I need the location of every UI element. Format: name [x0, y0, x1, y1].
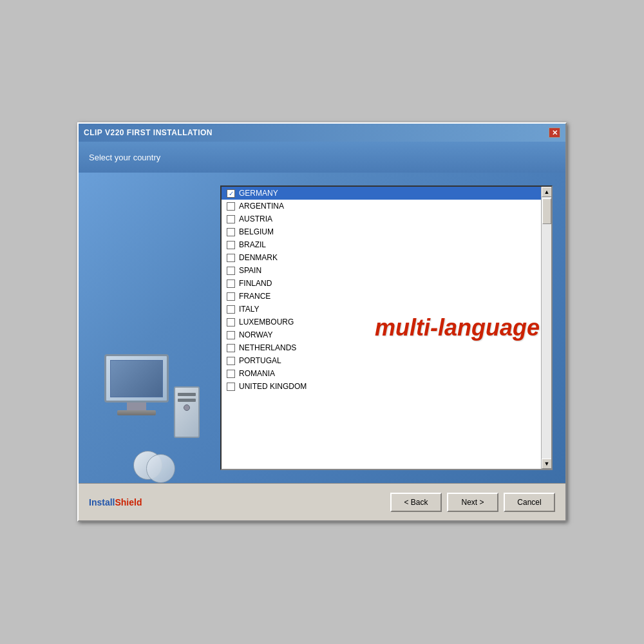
country-name: SPAIN: [239, 266, 261, 275]
country-name: LUXEMBOURG: [239, 317, 294, 327]
country-name: ROMANIA: [239, 369, 275, 378]
country-name: AUSTRIA: [239, 214, 272, 223]
country-name: DENMARK: [239, 253, 278, 262]
country-checkbox-1: [227, 202, 235, 211]
country-item-france[interactable]: FRANCE: [222, 290, 541, 303]
next-button[interactable]: Next >: [447, 493, 498, 512]
scrollbar-thumb[interactable]: [542, 198, 551, 224]
country-checkbox-3: [227, 228, 235, 236]
country-checkbox-11: [227, 331, 235, 339]
country-item-brazil[interactable]: BRAZIL: [222, 238, 541, 251]
header-label: Select your country: [89, 153, 160, 162]
monitor: [104, 354, 169, 402]
country-item-luxembourg[interactable]: LUXEMBOURG: [222, 316, 541, 328]
title-bar: CLIP V220 FIRST INSTALLATION ✕: [79, 124, 565, 142]
country-name: ITALY: [239, 305, 260, 314]
content-area: ✓GERMANYARGENTINAAUSTRIABELGIUMBRAZILDEN…: [79, 173, 565, 483]
back-button[interactable]: < Back: [390, 493, 442, 512]
monitor-stand: [127, 402, 146, 410]
logo-install: Install: [89, 497, 115, 507]
country-item-romania[interactable]: ROMANIA: [222, 367, 541, 380]
country-item-united-kingdom[interactable]: UNITED KINGDOM: [222, 380, 541, 393]
scrollbar-track: [542, 197, 551, 459]
tower-slot-2: [178, 399, 196, 402]
country-name: FINLAND: [239, 279, 272, 288]
monitor-base: [117, 410, 156, 415]
country-item-italy[interactable]: ITALY: [222, 303, 541, 316]
country-listbox[interactable]: ✓GERMANYARGENTINAAUSTRIABELGIUMBRAZILDEN…: [222, 187, 541, 469]
country-checkbox-8: [227, 292, 235, 301]
logo-shield: Shield: [115, 497, 142, 507]
close-button[interactable]: ✕: [549, 128, 560, 138]
country-checkbox-14: [227, 370, 235, 378]
country-item-denmark[interactable]: DENMARK: [222, 251, 541, 264]
country-item-austria[interactable]: AUSTRIA: [222, 213, 541, 225]
monitor-screen: [110, 360, 163, 397]
country-name: BELGIUM: [239, 227, 274, 236]
left-panel: [91, 185, 207, 470]
country-checkbox-15: [227, 383, 235, 391]
country-item-norway[interactable]: NORWAY: [222, 328, 541, 341]
country-item-spain[interactable]: SPAIN: [222, 264, 541, 277]
footer-buttons: < Back Next > Cancel: [390, 493, 555, 512]
installer-window: CLIP V220 FIRST INSTALLATION ✕ Select yo…: [77, 122, 567, 522]
country-checkbox-4: [227, 241, 235, 249]
country-name: UNITED KINGDOM: [239, 382, 307, 391]
country-checkbox-7: [227, 279, 235, 288]
country-checkbox-0: ✓: [227, 189, 235, 198]
country-item-argentina[interactable]: ARGENTINA: [222, 200, 541, 213]
footer: InstallShield < Back Next > Cancel: [79, 483, 565, 520]
country-checkbox-10: [227, 318, 235, 327]
country-checkbox-5: [227, 254, 235, 262]
scrollbar: ▲ ▼: [541, 187, 551, 469]
country-name: GERMANY: [239, 189, 278, 198]
installshield-logo: InstallShield: [89, 497, 142, 507]
window-title: CLIP V220 FIRST INSTALLATION: [84, 128, 213, 137]
country-name: NORWAY: [239, 330, 272, 339]
country-checkbox-13: [227, 357, 235, 365]
country-item-germany[interactable]: ✓GERMANY: [222, 187, 541, 200]
tower-slot: [178, 393, 196, 396]
header-banner: Select your country: [79, 142, 565, 173]
scrollbar-down-button[interactable]: ▼: [542, 459, 552, 469]
computer-illustration: [98, 354, 201, 457]
country-name: BRAZIL: [239, 240, 266, 249]
country-item-netherlands[interactable]: NETHERLANDS: [222, 341, 541, 354]
country-checkbox-12: [227, 344, 235, 352]
country-checkbox-9: [227, 305, 235, 314]
disc-2: [146, 454, 175, 483]
country-name: FRANCE: [239, 292, 270, 301]
country-name: ARGENTINA: [239, 202, 284, 211]
country-listbox-container: ✓GERMANYARGENTINAAUSTRIABELGIUMBRAZILDEN…: [220, 185, 553, 470]
country-item-portugal[interactable]: PORTUGAL: [222, 354, 541, 367]
tower-button: [184, 404, 190, 411]
country-item-belgium[interactable]: BELGIUM: [222, 225, 541, 238]
country-name: NETHERLANDS: [239, 343, 296, 352]
tower: [174, 386, 200, 438]
scrollbar-up-button[interactable]: ▲: [542, 187, 552, 197]
country-checkbox-2: [227, 215, 235, 223]
country-checkbox-6: [227, 267, 235, 275]
country-item-finland[interactable]: FINLAND: [222, 277, 541, 290]
country-name: PORTUGAL: [239, 356, 281, 365]
cancel-button[interactable]: Cancel: [504, 493, 555, 512]
right-panel: ✓GERMANYARGENTINAAUSTRIABELGIUMBRAZILDEN…: [220, 185, 553, 470]
